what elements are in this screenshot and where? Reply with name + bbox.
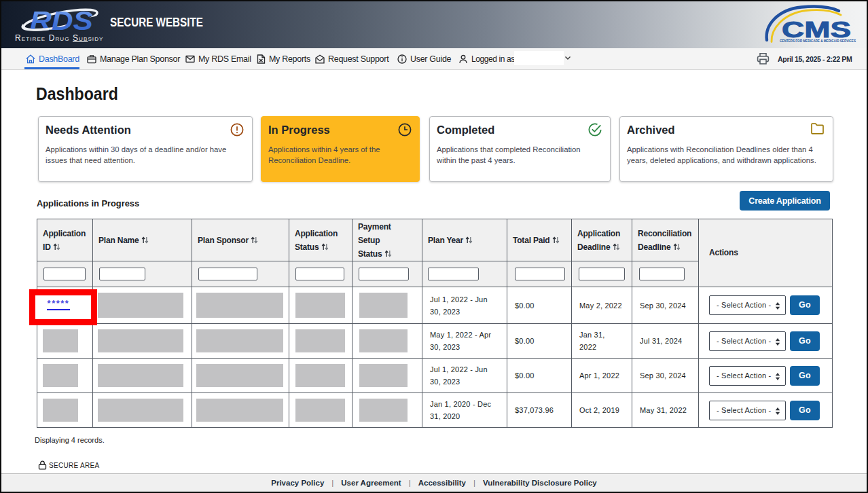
svg-text:CENTERS FOR MEDICARE & MEDICAI: CENTERS FOR MEDICARE & MEDICAID SERVICES (780, 39, 856, 43)
